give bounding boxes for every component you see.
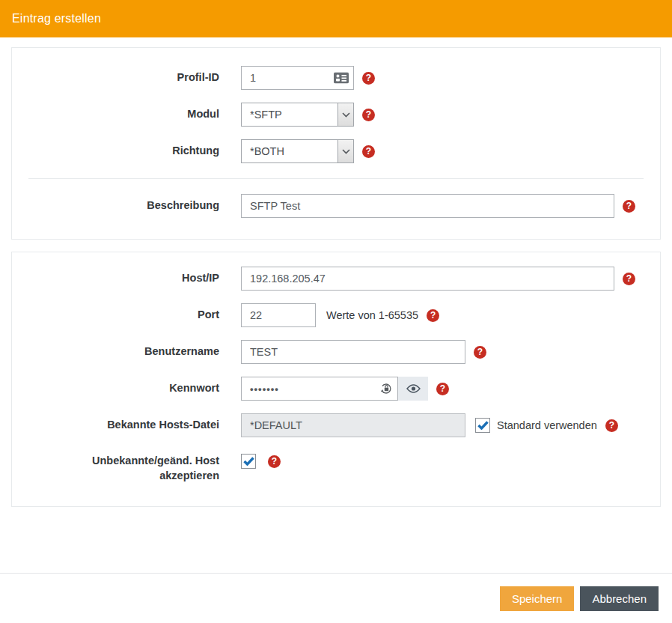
chevron-down-icon[interactable] — [337, 103, 353, 126]
help-icon[interactable]: ? — [605, 419, 618, 432]
richtung-select-value: *BOTH — [242, 145, 284, 157]
dialog-header: Eintrag erstellen — [0, 0, 672, 37]
save-button[interactable]: Speichern — [500, 586, 575, 611]
help-icon[interactable]: ? — [436, 383, 449, 395]
row-modul: Modul *SFTP ? — [12, 103, 660, 127]
chevron-down-icon[interactable] — [337, 140, 353, 162]
modul-select[interactable]: *SFTP — [241, 103, 354, 127]
kennwort-label: Kennwort — [12, 381, 219, 396]
bekannte-hosts-label: Bekannte Hosts-Datei — [12, 418, 219, 433]
help-icon[interactable]: ? — [623, 200, 635, 213]
help-icon[interactable]: ? — [474, 346, 486, 359]
benutzername-input[interactable] — [241, 340, 465, 364]
modul-select-value: *SFTP — [242, 109, 282, 121]
password-reveal-addon[interactable] — [398, 377, 428, 401]
host-ip-input[interactable] — [241, 267, 614, 291]
port-range-hint: Werte von 1-65535 — [326, 309, 418, 321]
standard-verwenden-label: Standard verwenden — [497, 419, 597, 431]
row-port: Port Werte von 1-65535 ? — [12, 303, 660, 327]
row-bekannte-hosts: Bekannte Hosts-Datei Standard verwenden … — [12, 413, 660, 437]
footer-actions: Speichern Abbrechen — [0, 574, 672, 611]
unbekannte-host-checkbox[interactable] — [241, 454, 256, 469]
benutzername-label: Benutzername — [12, 344, 219, 359]
host-ip-label: Host/IP — [12, 271, 219, 286]
panel-connection: Host/IP ? Port Werte von 1-65535 ? Benut… — [11, 252, 661, 507]
id-card-icon[interactable] — [334, 73, 349, 84]
dialog-title: Eintrag erstellen — [12, 12, 101, 25]
kennwort-input[interactable] — [241, 377, 398, 401]
row-benutzername: Benutzername ? — [12, 340, 660, 364]
row-beschreibung: Beschreibung ? — [12, 194, 660, 218]
port-input[interactable] — [241, 303, 316, 327]
row-kennwort: Kennwort — [12, 377, 660, 401]
standard-verwenden-checkbox[interactable] — [475, 418, 490, 433]
panel-profile: Profil-ID ? Modul — [11, 47, 661, 240]
port-label: Port — [12, 308, 219, 323]
row-unbekannte-host: Unbekannte/geänd. Host akzeptieren ? — [12, 454, 660, 483]
cancel-button[interactable]: Abbrechen — [580, 586, 659, 611]
row-richtung: Richtung *BOTH ? — [12, 139, 660, 163]
row-profil-id: Profil-ID ? — [12, 66, 660, 90]
beschreibung-label: Beschreibung — [12, 198, 219, 213]
bekannte-hosts-input — [241, 413, 465, 437]
modul-label: Modul — [12, 107, 219, 122]
unbekannte-host-label: Unbekannte/geänd. Host akzeptieren — [12, 454, 219, 483]
help-icon[interactable]: ? — [623, 273, 635, 285]
help-icon[interactable]: ? — [427, 309, 439, 322]
help-icon[interactable]: ? — [362, 72, 375, 85]
help-icon[interactable]: ? — [362, 145, 375, 158]
help-icon[interactable]: ? — [362, 109, 375, 121]
richtung-label: Richtung — [12, 144, 219, 159]
help-icon[interactable]: ? — [268, 455, 281, 468]
row-host-ip: Host/IP ? — [12, 267, 660, 291]
beschreibung-input[interactable] — [241, 194, 614, 218]
profil-id-label: Profil-ID — [12, 70, 219, 85]
password-key-icon[interactable] — [380, 383, 393, 395]
eye-icon — [406, 384, 421, 393]
section-divider — [28, 178, 644, 179]
richtung-select[interactable]: *BOTH — [241, 139, 354, 163]
